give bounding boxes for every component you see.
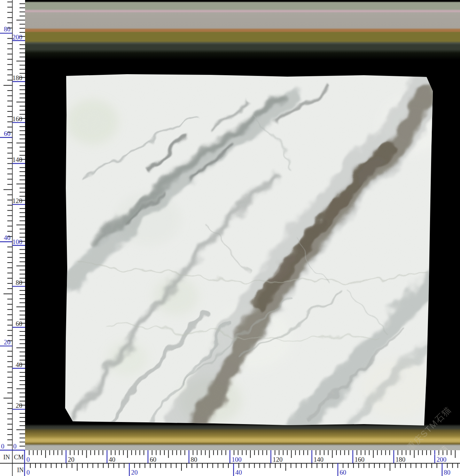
ruler-label: 40 [4,234,10,241]
marble-slab [64,73,434,427]
ruler-label: 200 [13,33,23,41]
ruler-label: 60 [16,320,22,327]
ruler-label: 80 [16,279,22,286]
ruler-label: 20 [4,338,10,346]
ruler-label: 60 [150,456,156,463]
ruler-label: 120 [13,197,23,204]
ruler-label: 60 [340,469,346,476]
ruler-label: 0 [26,456,30,463]
ruler-label: 80 [191,456,197,463]
horizontal-ruler: 204060801001201401601802002040608000 [25,450,460,476]
ruler-label: 200 [436,456,446,463]
ruler-label: 40 [16,361,22,368]
ruler-label: 20 [68,456,75,463]
corner-unit-cm: CM [14,452,24,462]
slab-scan-viewer: 重庆STM石猫 石猫 20406080204060801001201401601… [0,0,460,476]
slab-surface [64,73,434,427]
ruler-label: 0 [26,469,30,476]
ruler-label: 180 [13,74,23,81]
ruler-label: 160 [354,456,364,463]
ruler-label: 120 [273,456,283,463]
ruler-label: 140 [314,456,324,463]
scanner-top-band [25,0,460,62]
scanner-gold-band [25,424,460,450]
corner-unit-inch-bottom: IN [13,465,24,475]
ruler-label: 20 [131,469,138,476]
ruler-label: 140 [13,156,23,163]
ruler-label: 0 [13,443,17,450]
ruler-label: 100 [232,456,242,463]
ruler-label: 20 [16,402,22,409]
ruler-label: 0 [1,443,5,450]
corner-unit-inch: IN [2,452,11,462]
ruler-label: 80 [4,25,10,33]
ruler-label: 60 [4,130,10,137]
ruler-label: 100 [13,238,23,245]
ruler-label: 160 [13,115,23,123]
ruler-label: 40 [235,469,242,476]
vertical-ruler: 204060802040608010012014016018020000 [0,0,25,476]
ruler-label: 80 [444,469,451,476]
ruler-label: 40 [109,456,115,463]
ruler-label: 180 [396,456,406,463]
